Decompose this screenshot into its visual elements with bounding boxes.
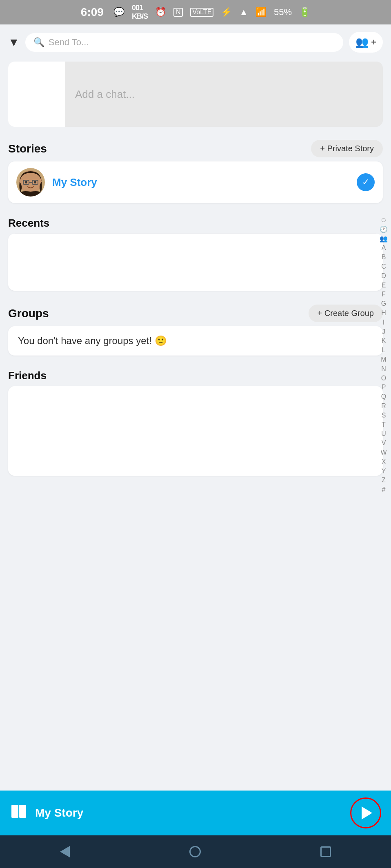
private-story-button[interactable]: + Private Story xyxy=(311,140,383,157)
sidebar-hash[interactable]: # xyxy=(382,486,386,494)
sidebar-letter-v[interactable]: V xyxy=(382,439,386,448)
alphabet-sidebar: ☺ 🕐 👥 A B C D E F G H I J K L M N O P Q … xyxy=(380,216,388,494)
my-story-item[interactable]: My Story ✓ xyxy=(8,161,383,203)
sidebar-letter-h[interactable]: H xyxy=(381,309,386,318)
svg-rect-6 xyxy=(11,805,18,818)
main-content: ▼ 🔍 Send To... 👥 + Add a chat... ☺ 🕐 👥 A… xyxy=(0,24,391,803)
sidebar-letter-o[interactable]: O xyxy=(381,374,386,383)
wifi-icon: ▲ xyxy=(239,7,248,18)
nfc-icon: N xyxy=(173,8,183,17)
recents-divider xyxy=(15,234,376,234)
avatar xyxy=(16,168,45,197)
stories-title: Stories xyxy=(8,142,47,155)
story-check-icon: ✓ xyxy=(357,173,375,191)
alarm-icon: ⏰ xyxy=(155,7,166,18)
whatsapp-icon: 💬 xyxy=(113,7,124,18)
groups-empty-text: You don't have any groups yet! 🙁 xyxy=(18,335,167,346)
recents-title: Recents xyxy=(0,211,391,234)
bitmoji-avatar xyxy=(16,168,45,197)
svg-rect-7 xyxy=(19,805,26,818)
add-friends-button[interactable]: 👥 + xyxy=(349,32,383,53)
status-time: 6:09 xyxy=(81,6,104,19)
home-button[interactable] xyxy=(189,846,201,857)
bottom-bar: My Story xyxy=(0,791,391,835)
story-name: My Story xyxy=(52,176,349,189)
sidebar-letter-q[interactable]: Q xyxy=(381,393,386,401)
battery-icon: 🔋 xyxy=(299,7,310,18)
status-bar: 6:09 💬 001KB/S ⏰ N VoLTE ⚡ ▲ 📶 55% 🔋 xyxy=(0,0,391,24)
stories-section-header: Stories + Private Story xyxy=(0,134,391,161)
sidebar-letter-i[interactable]: I xyxy=(383,318,384,327)
recents-icon xyxy=(320,846,331,857)
sidebar-letter-a[interactable]: A xyxy=(382,244,386,252)
sidebar-letter-g[interactable]: G xyxy=(381,300,386,308)
bluetooth-icon: ⚡ xyxy=(221,7,232,18)
sidebar-clock-icon[interactable]: 🕐 xyxy=(380,225,388,234)
signal-icon: 📶 xyxy=(255,7,267,18)
play-button-inner xyxy=(353,801,378,825)
battery-percent: 55% xyxy=(274,7,292,18)
svg-point-4 xyxy=(25,181,27,183)
android-nav-bar xyxy=(0,835,391,868)
sidebar-letter-l[interactable]: L xyxy=(382,346,386,355)
sidebar-letter-w[interactable]: W xyxy=(380,448,387,457)
back-button[interactable] xyxy=(60,846,70,857)
add-chat-thumbnail xyxy=(8,62,65,127)
search-placeholder: Send To... xyxy=(49,37,89,48)
sidebar-letter-t[interactable]: T xyxy=(382,421,386,429)
header-row: ▼ 🔍 Send To... 👥 + xyxy=(0,24,391,58)
sidebar-letter-s[interactable]: S xyxy=(382,411,386,420)
sidebar-letter-c[interactable]: C xyxy=(381,263,386,271)
search-bar[interactable]: 🔍 Send To... xyxy=(25,33,343,52)
sidebar-friends-icon[interactable]: 👥 xyxy=(380,235,388,243)
search-icon: 🔍 xyxy=(33,37,44,48)
sidebar-letter-x[interactable]: X xyxy=(382,458,386,466)
volte-icon: VoLTE xyxy=(190,8,213,17)
bottom-bar-book-icon xyxy=(10,802,28,824)
sidebar-letter-k[interactable]: K xyxy=(382,337,386,345)
sidebar-letter-u[interactable]: U xyxy=(381,430,386,438)
sidebar-emoji-icon[interactable]: ☺ xyxy=(380,216,387,225)
play-triangle-icon xyxy=(362,806,372,819)
friends-title: Friends xyxy=(0,364,391,386)
sidebar-letter-j[interactable]: J xyxy=(382,328,385,336)
sidebar-letter-b[interactable]: B xyxy=(382,253,386,262)
recents-button[interactable] xyxy=(320,846,331,857)
groups-empty-message: You don't have any groups yet! 🙁 xyxy=(8,326,383,356)
recents-card xyxy=(8,234,383,291)
create-group-button[interactable]: + Create Group xyxy=(309,305,383,322)
sidebar-letter-r[interactable]: R xyxy=(381,402,386,411)
sidebar-letter-f[interactable]: F xyxy=(382,290,386,299)
sidebar-letter-e[interactable]: E xyxy=(382,281,386,290)
add-friends-plus: + xyxy=(371,37,376,48)
groups-title: Groups xyxy=(8,307,49,320)
chevron-down-icon[interactable]: ▼ xyxy=(8,36,20,49)
sidebar-letter-p[interactable]: P xyxy=(382,383,386,392)
play-story-button[interactable] xyxy=(350,797,381,828)
home-icon xyxy=(189,846,201,857)
add-chat-placeholder: Add a chat... xyxy=(65,80,144,109)
sidebar-letter-y[interactable]: Y xyxy=(382,467,386,476)
friends-card xyxy=(8,386,383,476)
add-friends-icon: 👥 xyxy=(355,36,369,49)
sidebar-letter-n[interactable]: N xyxy=(381,365,386,373)
groups-section-header: Groups + Create Group xyxy=(0,299,391,326)
sidebar-letter-z[interactable]: Z xyxy=(382,476,386,485)
svg-point-5 xyxy=(34,181,36,183)
sidebar-letter-d[interactable]: D xyxy=(381,272,386,280)
back-icon xyxy=(60,846,70,857)
bottom-bar-story-label: My Story xyxy=(35,806,343,819)
sidebar-letter-m[interactable]: M xyxy=(381,356,386,364)
data-icon: 001KB/S xyxy=(132,4,148,21)
add-chat-card[interactable]: Add a chat... xyxy=(8,62,383,127)
